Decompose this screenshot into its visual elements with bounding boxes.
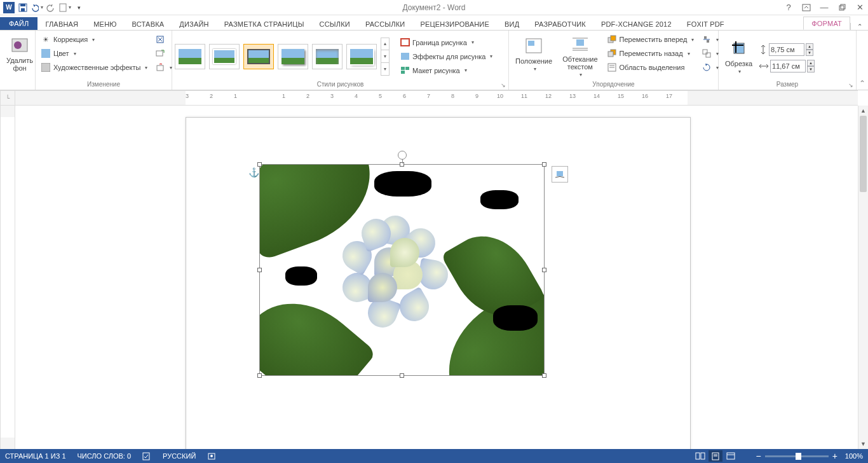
status-macro-icon[interactable] <box>207 452 216 460</box>
view-web-icon[interactable] <box>724 450 738 462</box>
qat-customize-icon[interactable]: ▾ <box>72 1 85 14</box>
redo-icon[interactable] <box>44 1 57 14</box>
anchor-icon[interactable]: ⚓ <box>248 167 259 177</box>
minimize-icon[interactable]: — <box>818 2 830 13</box>
picture-layout-button[interactable]: Макет рисунка▾ <box>397 64 495 78</box>
style-thumb[interactable] <box>175 44 205 69</box>
styles-dialog-launcher-icon[interactable]: ↘ <box>499 81 506 88</box>
gallery-more-button[interactable]: ▴▾▾ <box>381 38 390 76</box>
tab-foxit[interactable]: Foxit PDF <box>679 18 732 30</box>
tab-layout[interactable]: РАЗМЕТКА СТРАНИЦЫ <box>217 18 312 30</box>
bring-forward-button[interactable]: Переместить вперед▾ <box>604 32 697 46</box>
document-canvas[interactable]: ⚓ <box>15 106 858 449</box>
zoom-value[interactable]: 100% <box>845 452 863 460</box>
wrap-text-button[interactable]: Обтекание текстом▾ <box>559 32 601 79</box>
scroll-down-icon[interactable]: ▼ <box>858 439 868 449</box>
resize-handle[interactable] <box>400 373 404 378</box>
resize-handle[interactable] <box>542 268 546 272</box>
close-icon[interactable]: ✕ <box>854 2 865 13</box>
style-thumb[interactable] <box>312 44 342 69</box>
resize-handle[interactable] <box>542 373 546 378</box>
height-up-icon[interactable]: ▲ <box>806 43 813 50</box>
horizontal-ruler[interactable]: 3 2 1 1 2 3 4 5 6 7 8 9 10 11 12 13 14 1… <box>15 90 858 106</box>
scrollbar-thumb[interactable] <box>860 116 867 192</box>
picture-border-button[interactable]: Граница рисунка▾ <box>397 36 495 50</box>
help-icon[interactable]: ? <box>783 2 794 13</box>
tab-menu[interactable]: Меню <box>86 18 124 30</box>
status-proofing-icon[interactable] <box>142 452 151 460</box>
width-input[interactable]: ▲▼ <box>759 60 815 73</box>
resize-handle[interactable] <box>257 373 262 378</box>
resize-handle[interactable] <box>542 162 546 167</box>
send-backward-button[interactable]: Переместить назад▾ <box>604 46 697 60</box>
height-input[interactable]: ▲▼ <box>759 43 815 56</box>
tab-view[interactable]: ВИД <box>497 18 527 30</box>
style-thumb[interactable] <box>278 44 308 69</box>
svg-rect-33 <box>704 36 707 39</box>
layout-options-button[interactable] <box>552 166 568 183</box>
picture-styles-gallery[interactable]: ▴▾▾ <box>175 38 390 76</box>
selected-image[interactable]: ⚓ <box>259 164 545 376</box>
picture-color-button[interactable]: Цвет▾ <box>38 46 150 60</box>
tab-pdf-xchange[interactable]: PDF-XChange 2012 <box>593 18 679 30</box>
tab-developer[interactable]: РАЗРАБОТЧИК <box>527 18 593 30</box>
ribbon: Удалить фон ☀Коррекция▾ Цвет▾ Художестве… <box>0 31 868 90</box>
picture-effects-button[interactable]: Эффекты для рисунка▾ <box>397 50 495 64</box>
height-down-icon[interactable]: ▼ <box>806 50 813 56</box>
tab-references[interactable]: ССЫЛКИ <box>312 18 358 30</box>
tab-review[interactable]: РЕЦЕНЗИРОВАНИЕ <box>412 18 497 30</box>
status-bar: СТРАНИЦА 1 ИЗ 1 ЧИСЛО СЛОВ: 0 РУССКИЙ − … <box>0 449 868 463</box>
undo-icon[interactable]: ▾ <box>31 1 43 14</box>
status-page[interactable]: СТРАНИЦА 1 ИЗ 1 <box>5 452 66 460</box>
style-thumb[interactable] <box>346 44 377 69</box>
zoom-slider[interactable] <box>765 455 829 457</box>
position-button[interactable]: Положение▾ <box>512 32 556 74</box>
svg-rect-2 <box>21 8 25 11</box>
status-word-count[interactable]: ЧИСЛО СЛОВ: 0 <box>78 452 132 460</box>
maximize-icon[interactable] <box>836 2 848 13</box>
tab-file[interactable]: ФАЙЛ <box>0 17 37 30</box>
collapse-ribbon-icon[interactable]: ⌃ <box>850 23 868 30</box>
collapse-ribbon-bottom-icon[interactable]: ⌃ <box>857 31 868 90</box>
style-thumb-selected[interactable] <box>243 44 274 69</box>
tab-mailings[interactable]: РАССЫЛКИ <box>358 18 412 30</box>
word-app-icon[interactable]: W <box>3 1 15 14</box>
tab-insert[interactable]: ВСТАВКА <box>125 18 172 30</box>
svg-rect-16 <box>401 67 405 70</box>
remove-background-button[interactable]: Удалить фон <box>3 32 37 74</box>
resize-handle[interactable] <box>257 162 262 167</box>
zoom-out-icon[interactable]: − <box>756 451 761 461</box>
title-bar: W ▾ ▾ ▾ Документ2 - Word ? — ✕ <box>0 0 868 15</box>
selection-pane-button[interactable]: Область выделения <box>604 60 697 74</box>
tab-selector-icon[interactable]: └ <box>0 90 15 106</box>
ribbon-display-icon[interactable] <box>801 2 812 13</box>
editor-area: ⚓ ▲ ▼ <box>0 106 868 449</box>
style-thumb[interactable] <box>209 44 240 69</box>
corrections-button[interactable]: ☀Коррекция▾ <box>38 32 150 46</box>
view-print-icon[interactable] <box>709 450 722 462</box>
zoom-in-icon[interactable]: + <box>832 451 837 461</box>
group-label-styles: Стили рисунков <box>175 80 506 90</box>
vertical-scrollbar[interactable]: ▲ ▼ <box>858 106 868 449</box>
crop-button[interactable]: Обрезка▾ <box>721 36 756 78</box>
ruler-area: └ 3 2 1 1 2 3 4 5 6 7 8 9 10 11 12 13 14… <box>0 90 868 106</box>
width-up-icon[interactable]: ▲ <box>807 60 815 66</box>
group-label-arrange: Упорядочение <box>512 80 715 90</box>
status-language[interactable]: РУССКИЙ <box>163 452 196 460</box>
svg-rect-13 <box>157 66 163 71</box>
view-read-icon[interactable] <box>693 450 707 462</box>
new-doc-icon[interactable]: ▾ <box>58 1 71 14</box>
size-dialog-launcher-icon[interactable]: ↘ <box>847 81 854 88</box>
tab-design[interactable]: ДИЗАЙН <box>172 18 216 30</box>
svg-rect-6 <box>841 4 845 9</box>
tab-format[interactable]: ФОРМАТ <box>803 17 850 30</box>
artistic-effects-button[interactable]: Художественные эффекты▾ <box>38 60 150 74</box>
svg-rect-17 <box>405 67 409 70</box>
scroll-up-icon[interactable]: ▲ <box>858 106 868 116</box>
resize-handle[interactable] <box>257 268 262 272</box>
save-icon[interactable] <box>17 1 29 14</box>
vertical-ruler[interactable] <box>0 106 15 449</box>
width-down-icon[interactable]: ▼ <box>807 66 815 73</box>
rotate-handle[interactable] <box>398 151 407 160</box>
tab-home[interactable]: ГЛАВНАЯ <box>37 18 86 30</box>
